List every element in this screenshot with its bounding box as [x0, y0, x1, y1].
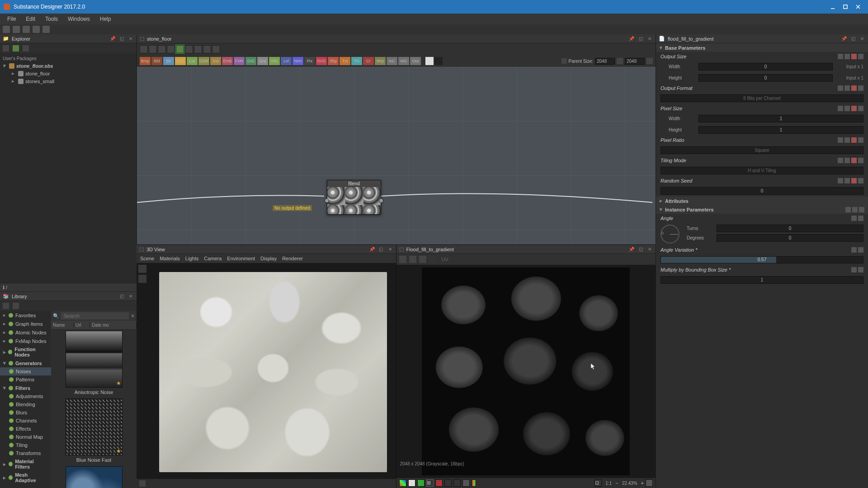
- graph-filter-button[interactable]: Blr: [163, 57, 174, 65]
- panel-float-icon[interactable]: ◱: [637, 36, 644, 42]
- reset-icon[interactable]: [851, 54, 857, 59]
- seed-field[interactable]: 0: [660, 187, 863, 195]
- graph-filter-button[interactable]: SVG: [316, 57, 327, 65]
- more-icon[interactable]: [858, 85, 863, 91]
- gt-ratio-icon[interactable]: [149, 45, 157, 53]
- link-icon[interactable]: [617, 58, 623, 64]
- v2d-save-icon[interactable]: [399, 256, 406, 263]
- mult-bbox-field[interactable]: 1: [660, 276, 863, 284]
- col-date[interactable]: Date mo: [90, 323, 137, 328]
- v2d-copy-icon[interactable]: [409, 256, 416, 263]
- more-icon[interactable]: [858, 106, 863, 111]
- section-instance-parameters[interactable]: ▾ Instance Parameters: [656, 205, 868, 214]
- v3d-environment[interactable]: Environment: [227, 256, 255, 261]
- v3d-materials[interactable]: Materials: [160, 256, 180, 261]
- panel-close-icon[interactable]: ✕: [646, 246, 653, 253]
- reset-icon[interactable]: [851, 85, 857, 91]
- info-icon[interactable]: [444, 479, 452, 487]
- graph-filter-button[interactable]: FxM: [234, 57, 245, 65]
- gt-search-icon[interactable]: [167, 45, 175, 53]
- lib-category[interactable]: Normal Map: [0, 433, 51, 441]
- dropdown-icon[interactable]: [844, 54, 850, 59]
- graph-filter-button[interactable]: Txt: [340, 57, 350, 65]
- v2d-camera-icon[interactable]: [419, 256, 426, 263]
- gt-drop-icon[interactable]: [194, 45, 202, 53]
- panel-pin-icon[interactable]: 📌: [628, 36, 635, 42]
- parent-height-input[interactable]: [625, 58, 645, 65]
- graph-filter-button[interactable]: Trs: [351, 57, 362, 65]
- angle-degrees-field[interactable]: 0: [717, 234, 863, 242]
- library-search-input[interactable]: [61, 312, 129, 319]
- dropdown-icon[interactable]: [844, 158, 850, 163]
- minimize-button[interactable]: [826, 0, 839, 13]
- maximize-button[interactable]: [839, 0, 852, 13]
- v3d-display[interactable]: Display: [260, 256, 277, 261]
- v2d-refresh-icon[interactable]: [429, 256, 436, 263]
- gt-autolink-icon[interactable]: [176, 45, 184, 53]
- menu-help[interactable]: Help: [95, 14, 116, 23]
- graph-filter-button[interactable]: Cr: [363, 57, 374, 65]
- pixel-height-field[interactable]: 1: [698, 126, 863, 134]
- lib-category[interactable]: Channels: [0, 417, 51, 425]
- panel-pin-icon[interactable]: 📌: [109, 36, 116, 42]
- qb-new-icon[interactable]: [3, 26, 10, 33]
- graph-filter-button[interactable]: D2W: [198, 57, 209, 65]
- output-format-field[interactable]: 8 Bits per Channel: [660, 94, 863, 102]
- lib-category[interactable]: Blending: [0, 400, 51, 408]
- gt-gear-icon[interactable]: [212, 45, 220, 53]
- angle-turns-field[interactable]: 0: [717, 225, 863, 232]
- graph-filter-button[interactable]: Out: [410, 57, 421, 65]
- panel-float-icon[interactable]: ◱: [850, 36, 856, 42]
- relative-icon[interactable]: [838, 106, 843, 111]
- lib-category[interactable]: Effects: [0, 425, 51, 433]
- gt-timing-icon[interactable]: [203, 45, 211, 53]
- reset-icon[interactable]: [851, 216, 857, 221]
- lib-category[interactable]: Patterns: [0, 375, 51, 384]
- v3d-foot-icon[interactable]: [139, 480, 146, 487]
- panel-float-icon[interactable]: ◱: [118, 36, 125, 42]
- dropdown-icon[interactable]: [844, 106, 850, 111]
- v3d-renderer[interactable]: Renderer: [282, 256, 303, 261]
- gt-frame-icon[interactable]: [185, 45, 193, 53]
- tree-item-package[interactable]: ▾ stone_floor.sbs: [1, 62, 136, 70]
- graph-filter-button[interactable]: Cur: [187, 57, 198, 65]
- view3d-viewport[interactable]: [137, 263, 396, 479]
- pixel-ratio-field[interactable]: Square: [660, 146, 863, 154]
- qb-save-icon[interactable]: [23, 26, 30, 33]
- panel-float-icon[interactable]: ◱: [637, 246, 644, 253]
- relative-icon[interactable]: [838, 54, 843, 59]
- close-button[interactable]: [852, 0, 864, 13]
- qb-open-icon[interactable]: [13, 26, 20, 33]
- gf-info-icon[interactable]: [446, 58, 453, 64]
- node-input-port[interactable]: [325, 198, 329, 203]
- graph-filter-button[interactable]: InG: [398, 57, 409, 65]
- lib-category[interactable]: ▸Favorites: [0, 311, 51, 319]
- graph-filter-button[interactable]: Wrp: [375, 57, 386, 65]
- angle-variation-slider[interactable]: 0.57: [660, 256, 863, 263]
- pixel-width-field[interactable]: 1: [698, 115, 863, 122]
- lib-add-icon[interactable]: [3, 303, 9, 309]
- lib-folder-icon[interactable]: [13, 303, 19, 309]
- gf-black-swatch[interactable]: [434, 57, 443, 65]
- section-attributes[interactable]: ▸ Attributes: [656, 197, 868, 205]
- channel-white-icon[interactable]: [408, 479, 415, 487]
- lib-category[interactable]: ▾Filters: [0, 384, 51, 392]
- zoom-in-icon[interactable]: +: [641, 480, 644, 486]
- lib-category[interactable]: ▸Material Filters: [0, 457, 51, 471]
- reset-icon[interactable]: [851, 267, 857, 272]
- col-name[interactable]: Name: [51, 323, 74, 328]
- dropdown-icon[interactable]: [844, 178, 850, 183]
- graph-filter-button[interactable]: Lvl: [281, 57, 292, 65]
- chevron-down-icon[interactable]: ▾: [3, 63, 7, 69]
- graph-filter-button[interactable]: InC: [387, 57, 397, 65]
- panel-pin-icon[interactable]: 📌: [628, 246, 635, 253]
- relative-icon[interactable]: [838, 137, 843, 143]
- graph-filter-button[interactable]: Emb: [222, 57, 233, 65]
- lib-item[interactable]: ★Blue Noise Fast: [53, 399, 135, 463]
- lib-category[interactable]: Blurs: [0, 408, 51, 417]
- graph-filter-button[interactable]: Shp: [328, 57, 339, 65]
- more-icon[interactable]: [858, 158, 863, 163]
- explorer-play-icon[interactable]: [13, 45, 19, 52]
- panel-close-icon[interactable]: ✕: [127, 36, 134, 42]
- output-width-field[interactable]: 0: [698, 63, 833, 70]
